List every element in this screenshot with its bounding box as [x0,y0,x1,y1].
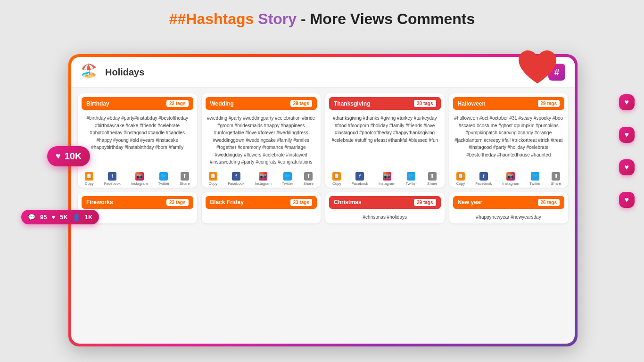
card-body-birthday: #birthday #bday #party#instabday #bestof… [78,112,197,169]
copy-icon: 📋 [85,172,93,181]
app-logo-icon: 🏖️ [81,63,99,82]
copy-label: Copy [456,181,465,186]
social-instagram-btn[interactable]: 📷 Instagram [502,172,519,186]
card-title-wedding: Wedding [210,100,234,107]
card-header-wedding: Wedding 29 tags [206,97,317,110]
share-label: Share [180,181,190,186]
card-birthday: Birthday 22 tags #birthday #bday #party#… [78,93,197,188]
likes-count: 10K [65,151,82,162]
copy-label: Copy [209,181,218,186]
likes-badge: ♥ 10K [47,146,90,166]
share-label: Share [551,181,561,186]
card-header-halloween: Halloween 29 tags [453,97,565,110]
social-facebook-btn[interactable]: f Facebook [475,172,492,186]
social-copy-btn[interactable]: 📋 Copy [456,172,465,186]
share-icon: ⬆ [428,172,437,181]
page-header: ##Hashtags Story - More Views Comments [0,0,644,36]
instagram-label: Instagram [255,181,272,186]
twitter-label: Twitter [529,181,541,186]
share-icon: ⬆ [304,172,313,181]
card-tags-count-thanksgiving: 20 tags [414,100,436,107]
instagram-icon: 📷 [506,172,515,181]
heart-icon: ♥ [56,151,61,161]
card-title-christmas: Christmas [334,199,362,206]
card-header-fireworks: Fireworks 23 tags [82,196,193,209]
card-body-thanksgiving: #thanksgiving #thanks #giving #turkey #t… [325,112,445,169]
card-title-newyear: New year [458,199,483,206]
card-thanksgiving: Thanksgiving 20 tags #thanksgiving #than… [325,93,445,188]
social-facebook-btn[interactable]: f Facebook [104,172,121,186]
story-word: Story [254,10,297,27]
facebook-label: Facebook [352,181,368,186]
card-tags-count-wedding: 29 tags [290,100,312,107]
facebook-icon: f [232,172,240,181]
card-header-thanksgiving: Thanksgiving 20 tags [329,97,441,110]
social-share-btn[interactable]: ⬆ Share [180,172,190,186]
social-facebook-btn[interactable]: f Facebook [352,172,368,186]
card-tags-count-newyear: 26 tags [538,199,560,206]
copy-icon: 📋 [209,172,217,181]
social-instagram-btn[interactable]: 📷 Instagram [379,172,396,186]
card-title-fireworks: Fireworks [86,199,113,206]
card-tags-count-halloween: 29 tags [538,100,560,107]
copy-icon: 📋 [332,172,341,181]
followers-count: 1K [85,214,93,221]
instagram-icon: 📷 [135,172,144,181]
card-body-christmas: #christmas #holidays [325,211,445,224]
header-rest: - More Views Comments [297,10,475,27]
twitter-label: Twitter [282,181,293,186]
hearts-count: 5K [60,214,68,221]
deco-heart-large [516,49,559,87]
right-hearts-container: ♥ ♥ ♥ ♥ [619,94,635,208]
card-tags-count-christmas: 29 tags [414,199,436,206]
card-header-christmas: Christmas 29 tags [329,196,441,209]
social-facebook-btn[interactable]: f Facebook [228,172,244,186]
card-title-halloween: Halloween [458,100,486,107]
twitter-icon: 🐦 [407,172,415,181]
instagram-icon: 📷 [383,172,391,181]
comments-icon: 💬 [28,214,35,221]
social-twitter-btn[interactable]: 🐦 Twitter [282,172,293,186]
card-header-blackfriday: Black Friday 23 tags [206,196,317,209]
stats-badge: 💬 95 ♥ 5K 👤 1K [21,210,99,224]
copy-label: Copy [332,181,341,186]
card-header-birthday: Birthday 22 tags [82,97,193,110]
twitter-label: Twitter [406,181,417,186]
card-footer-birthday: 📋 Copy f Facebook 📷 Instagram 🐦 [78,169,197,188]
social-twitter-btn[interactable]: 🐦 Twitter [406,172,417,186]
instagram-icon: 📷 [259,172,267,181]
instagram-label: Instagram [502,181,519,186]
social-copy-btn[interactable]: 📋 Copy [85,172,94,186]
card-tags-count-fireworks: 23 tags [166,199,188,206]
float-heart-4: ♥ [619,192,635,208]
social-share-btn[interactable]: ⬆ Share [551,172,561,186]
card-footer-wedding: 📋 Copy f Facebook 📷 Instagram 🐦 [202,169,321,188]
instagram-label: Instagram [379,181,396,186]
social-twitter-btn[interactable]: 🐦 Twitter [158,172,170,186]
social-instagram-btn[interactable]: 📷 Instagram [131,172,148,186]
float-heart-3: ♥ [619,159,635,175]
app-title: Holidays [105,67,144,78]
heart-icon-2: ♥ [51,214,55,221]
card-footer-halloween: 📋 Copy f Facebook 📷 Instagram 🐦 [449,169,569,188]
card-wedding: Wedding 29 tags #wedding #party #wedding… [202,93,321,188]
social-share-btn[interactable]: ⬆ Share [427,172,437,186]
social-twitter-btn[interactable]: 🐦 Twitter [529,172,541,186]
facebook-label: Facebook [475,181,492,186]
social-share-btn[interactable]: ⬆ Share [304,172,314,186]
facebook-label: Facebook [228,181,244,186]
card-body-newyear: #happynewyear #newyearsday [449,211,569,224]
card-newyear: New year 26 tags #happynewyear #newyears… [449,192,569,224]
social-copy-btn[interactable]: 📋 Copy [209,172,218,186]
twitter-label: Twitter [158,181,170,186]
social-instagram-btn[interactable]: 📷 Instagram [255,172,272,186]
card-christmas: Christmas 29 tags #christmas #holidays [325,192,445,224]
facebook-label: Facebook [104,181,121,186]
social-copy-btn[interactable]: 📋 Copy [332,172,341,186]
share-icon: ⬆ [181,172,189,181]
float-heart-2: ♥ [619,127,635,143]
card-title-birthday: Birthday [86,100,109,107]
cards-area: Birthday 22 tags #birthday #bday #party#… [71,88,575,344]
card-title-thanksgiving: Thanksgiving [334,100,370,107]
card-footer-thanksgiving: 📋 Copy f Facebook 📷 Instagram 🐦 [325,169,445,188]
